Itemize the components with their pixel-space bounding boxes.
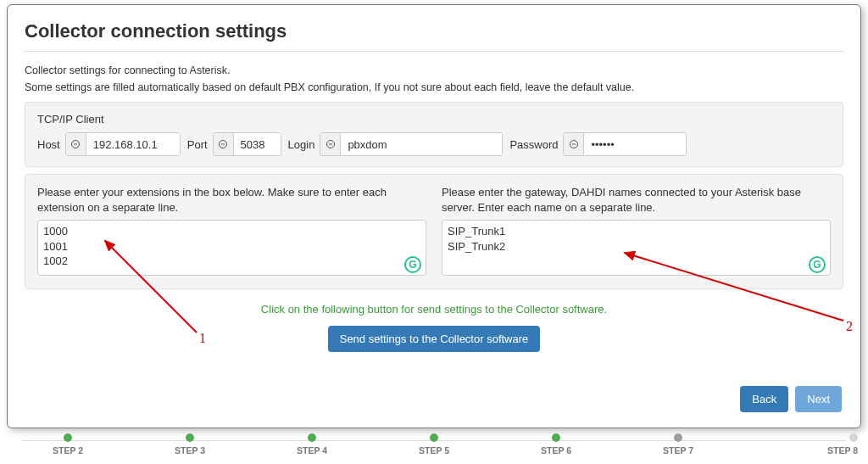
step-dot xyxy=(186,433,194,442)
login-label: Login xyxy=(288,138,315,151)
password-label: Password xyxy=(509,138,558,151)
password-reset-icon[interactable] xyxy=(564,133,584,155)
login-input[interactable] xyxy=(341,133,502,155)
extensions-instruction: Please enter your extensions in the box … xyxy=(37,185,426,215)
next-button[interactable]: Next xyxy=(795,386,842,412)
gateways-column: Please enter the gateway, DAHDI names co… xyxy=(442,185,831,278)
nav-buttons: Back Next xyxy=(740,386,842,412)
tcpip-panel: TCP/IP Client Host Port xyxy=(25,102,843,167)
host-label: Host xyxy=(37,138,60,151)
step-label: STEP 8 xyxy=(827,445,858,456)
step-dot xyxy=(849,433,858,442)
wizard-step[interactable]: STEP 8 xyxy=(739,432,861,456)
page-title: Collector connection settings xyxy=(25,20,843,42)
port-input-wrap xyxy=(213,132,281,156)
tcpip-row: Host Port xyxy=(37,132,831,156)
back-button[interactable]: Back xyxy=(740,386,788,412)
wizard-step[interactable]: STEP 4 xyxy=(251,432,373,456)
extensions-textarea[interactable] xyxy=(37,220,426,276)
wizard-step[interactable]: STEP 5 xyxy=(373,432,495,456)
login-reset-icon[interactable] xyxy=(320,133,341,155)
step-label: STEP 4 xyxy=(297,445,327,456)
wizard-step[interactable]: STEP 6 xyxy=(495,432,617,456)
grammarly-icon[interactable]: G xyxy=(404,256,421,273)
step-label: STEP 7 xyxy=(663,445,693,456)
port-reset-icon[interactable] xyxy=(214,133,234,155)
step-label: STEP 6 xyxy=(541,445,571,456)
wizard-step[interactable]: STEP 2 xyxy=(7,432,129,456)
step-dot xyxy=(64,433,72,442)
gateways-instruction: Please enter the gateway, DAHDI names co… xyxy=(442,185,831,215)
host-input[interactable] xyxy=(86,133,180,155)
wizard-step[interactable]: STEP 3 xyxy=(129,432,251,456)
host-reset-icon[interactable] xyxy=(66,133,86,155)
password-input-wrap xyxy=(563,132,687,156)
login-input-wrap xyxy=(320,132,503,156)
password-input[interactable] xyxy=(584,133,686,155)
tcpip-section-label: TCP/IP Client xyxy=(37,113,831,126)
host-input-wrap xyxy=(65,132,181,156)
step-label: STEP 3 xyxy=(175,445,205,456)
description-line-2: Some settings are filled automatically b… xyxy=(25,81,843,96)
send-settings-button[interactable]: Send settings to the Collector software xyxy=(328,326,541,352)
grammarly-icon[interactable]: G xyxy=(809,256,826,273)
wizard-stepper: STEP 2STEP 3STEP 4STEP 5STEP 6STEP 7STEP… xyxy=(7,432,861,461)
settings-window: Collector connection settings Collector … xyxy=(7,4,861,428)
step-label: STEP 5 xyxy=(419,445,449,456)
send-hint: Click on the following button for send s… xyxy=(25,303,843,316)
title-divider xyxy=(25,51,843,52)
lists-panel: Please enter your extensions in the box … xyxy=(25,174,843,289)
step-dot xyxy=(430,433,438,442)
port-input[interactable] xyxy=(234,133,281,155)
extensions-column: Please enter your extensions in the box … xyxy=(37,185,426,278)
step-dot xyxy=(674,433,682,442)
port-label: Port xyxy=(187,138,208,151)
description-line-1: Collector settings for connecting to Ast… xyxy=(25,64,843,79)
step-dot xyxy=(308,433,316,442)
wizard-step[interactable]: STEP 7 xyxy=(617,432,739,456)
step-dot xyxy=(552,433,560,442)
step-label: STEP 2 xyxy=(53,445,83,456)
gateways-textarea[interactable] xyxy=(442,220,831,276)
